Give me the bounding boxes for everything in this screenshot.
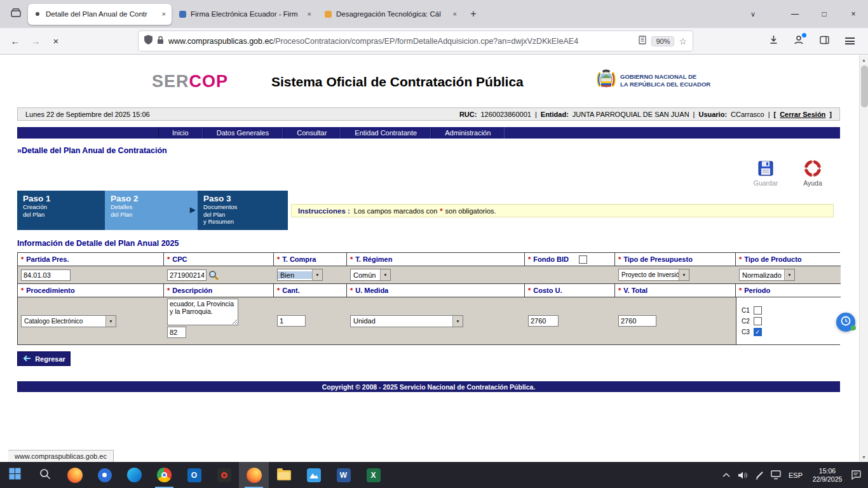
procedimiento-select[interactable]: Catalogo Electrónico▼ bbox=[21, 315, 116, 327]
u-medida-select[interactable]: Unidad▼ bbox=[350, 315, 463, 327]
menu-item-consultar[interactable]: Consultar bbox=[283, 127, 341, 139]
menu-item-administracion[interactable]: Administración bbox=[431, 127, 505, 139]
periodo-c3-checkbox[interactable]: ✓ bbox=[754, 328, 762, 336]
menu-item-datos-generales[interactable]: Datos Generales bbox=[203, 127, 283, 139]
t-regimen-select[interactable]: Común▼ bbox=[350, 269, 391, 281]
header-partida-pres: *Partida Pres. bbox=[18, 253, 164, 266]
language-indicator[interactable]: ESP bbox=[784, 471, 807, 479]
taskbar-clock[interactable]: 15:06 22/9/2025 bbox=[807, 467, 848, 484]
floating-widget-button[interactable] bbox=[836, 313, 855, 332]
taskbar-word[interactable]: W bbox=[329, 462, 358, 488]
periodo-c2-checkbox[interactable]: ✓ bbox=[754, 317, 762, 325]
menu-item-inicio[interactable]: Inicio bbox=[158, 127, 203, 139]
tipo-producto-select[interactable]: Normalizado▼ bbox=[739, 269, 795, 281]
header-procedimiento: *Procedimiento bbox=[18, 284, 164, 297]
taskbar-firefox-active[interactable] bbox=[239, 462, 269, 488]
taskbar-file-explorer[interactable] bbox=[269, 462, 299, 488]
periodo-c1-checkbox[interactable]: ✓ bbox=[754, 306, 762, 315]
fondo-bid-checkbox[interactable]: ✓ bbox=[579, 255, 587, 264]
start-button[interactable] bbox=[0, 462, 30, 488]
browser-tab-2[interactable]: Firma Electrónica Ecuador - Firm × bbox=[173, 4, 317, 25]
account-button[interactable] bbox=[790, 32, 807, 50]
dropdown-arrow-icon: ▼ bbox=[784, 269, 794, 280]
tab-close-icon[interactable]: × bbox=[308, 10, 311, 18]
site-header: SERCOP Sistema Oficial de Contratación P… bbox=[17, 55, 840, 107]
back-button[interactable]: ← bbox=[5, 32, 25, 51]
regresar-label: Regresar bbox=[35, 355, 65, 363]
page-scrollbar[interactable]: ▲ ▼ bbox=[859, 55, 868, 462]
zoom-level-button[interactable]: 90% bbox=[651, 36, 674, 46]
tray-expand-button[interactable] bbox=[718, 462, 735, 488]
windows-taskbar: O W X ESP 15:06 22/9/2025 bbox=[0, 462, 868, 488]
descripcion-textarea[interactable] bbox=[167, 299, 238, 325]
regresar-button[interactable]: Regresar bbox=[17, 351, 71, 366]
government-text: GOBIERNO NACIONAL DE LA REPÚBLICA DEL EC… bbox=[620, 73, 710, 88]
tab-close-icon[interactable]: × bbox=[453, 10, 457, 18]
section-title: Información de Detalle del Plan Anual 20… bbox=[17, 239, 840, 248]
logout-link[interactable]: Cerrar Sesión bbox=[780, 111, 825, 118]
header-cant: *Cant. bbox=[274, 284, 347, 297]
reader-mode-icon[interactable] bbox=[638, 36, 647, 47]
forward-button[interactable]: → bbox=[25, 32, 46, 51]
notification-center-button[interactable] bbox=[848, 462, 864, 488]
taskbar-excel[interactable]: X bbox=[358, 462, 388, 488]
dropdown-arrow-icon: ▼ bbox=[380, 269, 390, 280]
taskbar-firefox[interactable] bbox=[60, 462, 90, 488]
network-icon[interactable] bbox=[768, 462, 784, 488]
taskbar-acrobat[interactable] bbox=[209, 462, 239, 488]
taskbar-photos[interactable] bbox=[299, 462, 329, 488]
taskbar-outlook[interactable]: O bbox=[179, 462, 209, 488]
volume-icon[interactable] bbox=[735, 462, 751, 488]
cpc-search-icon[interactable] bbox=[208, 270, 219, 280]
firefox-view-button[interactable] bbox=[6, 4, 25, 24]
stop-button[interactable]: × bbox=[46, 32, 66, 51]
step-2[interactable]: Paso 2 Detalles del Plan ▶ bbox=[105, 191, 198, 230]
cpc-input[interactable] bbox=[167, 269, 207, 281]
scroll-up-arrow[interactable]: ▲ bbox=[860, 55, 868, 65]
taskbar-edge[interactable] bbox=[119, 462, 149, 488]
bookmark-star-icon[interactable]: ☆ bbox=[679, 36, 687, 46]
costo-u-input[interactable] bbox=[528, 315, 559, 327]
header-tipo-presupuesto: *Tipo de Presupuesto bbox=[615, 253, 736, 266]
scrollbar-thumb[interactable] bbox=[861, 65, 868, 107]
v-total-input[interactable] bbox=[618, 315, 656, 327]
pen-icon[interactable] bbox=[751, 462, 768, 488]
list-all-tabs-button[interactable]: ∨ bbox=[743, 5, 763, 23]
menu-item-entidad-contratante[interactable]: Entidad Contratante bbox=[341, 127, 431, 139]
hamburger-menu-icon bbox=[845, 37, 855, 44]
menu-button[interactable] bbox=[841, 32, 858, 50]
download-icon bbox=[769, 35, 778, 47]
taskbar-chrome[interactable] bbox=[149, 462, 179, 488]
periodo-option-c1: C1✓ bbox=[742, 306, 762, 315]
cantidad-input[interactable] bbox=[277, 315, 306, 327]
downloads-button[interactable] bbox=[765, 32, 782, 50]
tipo-presupuesto-select[interactable]: Proyecto de Inversión▼ bbox=[618, 269, 689, 281]
detail-form-table: *Partida Pres. *CPC *T. Compra *T. Régim… bbox=[17, 252, 840, 345]
step-arrow-icon: ▶ bbox=[190, 205, 196, 214]
page-actions: Guardar Ayuda bbox=[17, 155, 840, 191]
wizard-steps: Paso 1 Creación del Plan Paso 2 Detalles… bbox=[17, 191, 840, 230]
sidebar-button[interactable] bbox=[816, 32, 832, 50]
tab-favicon bbox=[325, 11, 332, 18]
tab-close-icon[interactable]: × bbox=[162, 10, 166, 18]
step-3[interactable]: Paso 3 Documentos del Plan y Resumen bbox=[198, 191, 288, 230]
scroll-down-arrow[interactable]: ▼ bbox=[860, 452, 868, 462]
shield-icon[interactable] bbox=[144, 35, 153, 47]
browser-tab-1[interactable]: Detalle del Plan Anual de Contr × bbox=[28, 4, 172, 25]
taskbar-teams[interactable] bbox=[90, 462, 119, 488]
url-text[interactable]: www.compraspublicas.gob.ec/ProcesoContra… bbox=[168, 37, 634, 46]
save-button[interactable]: Guardar bbox=[747, 159, 784, 187]
taskbar-search-button[interactable] bbox=[30, 462, 60, 488]
help-button[interactable]: Ayuda bbox=[794, 159, 831, 187]
step-1[interactable]: Paso 1 Creación del Plan bbox=[17, 191, 105, 230]
url-bar[interactable]: www.compraspublicas.gob.ec/ProcesoContra… bbox=[139, 31, 693, 51]
partida-pres-input[interactable] bbox=[21, 269, 71, 281]
minimize-button[interactable]: — bbox=[780, 0, 810, 28]
close-button[interactable]: × bbox=[839, 0, 868, 28]
maximize-button[interactable]: □ bbox=[810, 0, 839, 28]
lock-icon[interactable] bbox=[157, 36, 164, 47]
t-compra-select[interactable]: Bien▼ bbox=[277, 269, 323, 281]
descripcion-extra-input[interactable] bbox=[167, 327, 186, 338]
new-tab-button[interactable]: + bbox=[465, 5, 482, 23]
browser-tab-3[interactable]: Desagregación Tecnológica: Cál × bbox=[319, 4, 463, 25]
